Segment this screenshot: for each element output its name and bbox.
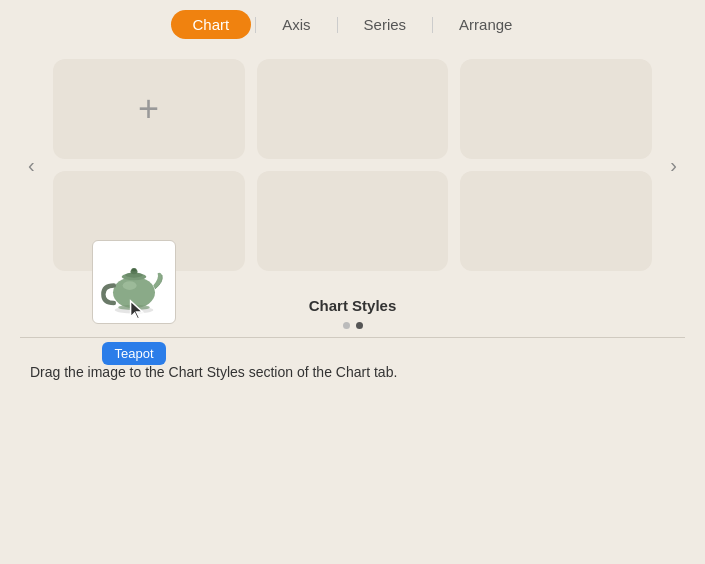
- teapot-tooltip: Teapot: [102, 342, 165, 365]
- tab-chart[interactable]: Chart: [171, 10, 252, 39]
- tab-series[interactable]: Series: [342, 10, 429, 39]
- next-arrow[interactable]: ›: [662, 154, 685, 177]
- teapot-image-box[interactable]: [92, 240, 176, 324]
- style-cell-6[interactable]: [460, 171, 652, 271]
- svg-point-2: [123, 281, 137, 290]
- style-cell-3[interactable]: [460, 59, 652, 159]
- add-style-cell[interactable]: +: [53, 59, 245, 159]
- style-cell-2[interactable]: [257, 59, 449, 159]
- tab-axis[interactable]: Axis: [260, 10, 332, 39]
- svg-marker-8: [131, 301, 143, 319]
- tab-divider-3: [432, 17, 433, 33]
- prev-arrow[interactable]: ‹: [20, 154, 43, 177]
- teapot-container[interactable]: Teapot: [92, 240, 176, 365]
- style-cell-5[interactable]: [257, 171, 449, 271]
- cursor-icon: [129, 299, 147, 321]
- svg-point-6: [131, 268, 136, 272]
- tab-bar: Chart Axis Series Arrange: [0, 0, 705, 49]
- tab-arrange[interactable]: Arrange: [437, 10, 534, 39]
- dot-1[interactable]: [343, 322, 350, 329]
- tab-divider-2: [337, 17, 338, 33]
- tab-divider-1: [255, 17, 256, 33]
- dot-2[interactable]: [356, 322, 363, 329]
